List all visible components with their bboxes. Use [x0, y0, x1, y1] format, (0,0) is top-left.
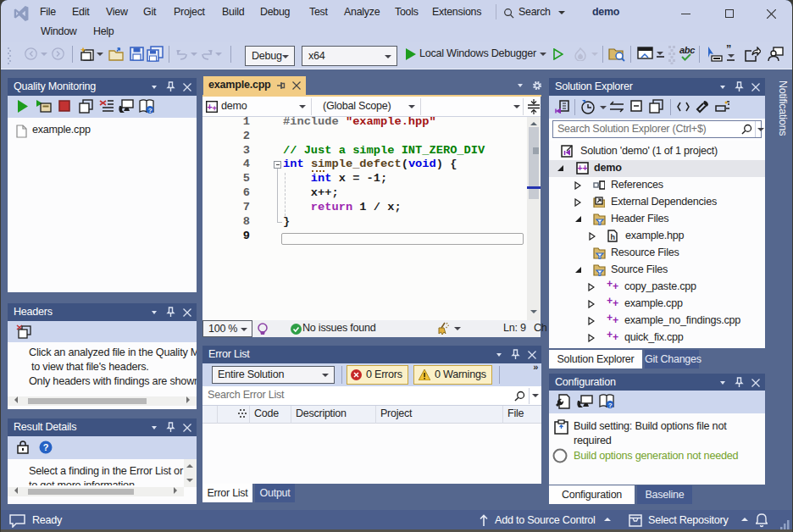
svg-text:h: h [610, 233, 614, 241]
svg-text:++: ++ [578, 163, 588, 173]
svg-text:+₊: +₊ [207, 102, 217, 112]
svg-text:?: ? [608, 402, 613, 409]
svg-text:?: ? [43, 442, 49, 452]
svg-text:?: ? [148, 107, 152, 114]
